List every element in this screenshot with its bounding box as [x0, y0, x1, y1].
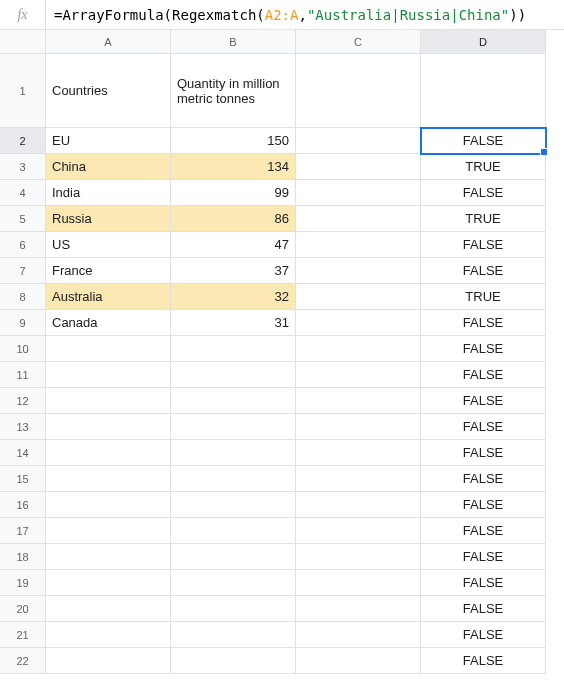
cell-C22[interactable] — [296, 648, 421, 674]
cell-C14[interactable] — [296, 440, 421, 466]
cell-D13[interactable]: FALSE — [421, 414, 546, 440]
cell-B12[interactable] — [171, 388, 296, 414]
row-header-12[interactable]: 12 — [0, 388, 46, 414]
cell-C4[interactable] — [296, 180, 421, 206]
cell-C12[interactable] — [296, 388, 421, 414]
cell-D8[interactable]: TRUE — [421, 284, 546, 310]
row-header-18[interactable]: 18 — [0, 544, 46, 570]
row-header-15[interactable]: 15 — [0, 466, 46, 492]
cell-C7[interactable] — [296, 258, 421, 284]
cell-A15[interactable] — [46, 466, 171, 492]
row-header-11[interactable]: 11 — [0, 362, 46, 388]
row-header-8[interactable]: 8 — [0, 284, 46, 310]
cell-A17[interactable] — [46, 518, 171, 544]
cell-D5[interactable]: TRUE — [421, 206, 546, 232]
cell-D22[interactable]: FALSE — [421, 648, 546, 674]
cell-C1[interactable] — [296, 54, 421, 128]
cell-D10[interactable]: FALSE — [421, 336, 546, 362]
cell-A7[interactable]: France — [46, 258, 171, 284]
cell-A12[interactable] — [46, 388, 171, 414]
cell-A19[interactable] — [46, 570, 171, 596]
cell-B15[interactable] — [171, 466, 296, 492]
cell-B22[interactable] — [171, 648, 296, 674]
cell-A18[interactable] — [46, 544, 171, 570]
cell-B19[interactable] — [171, 570, 296, 596]
row-header-5[interactable]: 5 — [0, 206, 46, 232]
cell-B10[interactable] — [171, 336, 296, 362]
cell-A1[interactable]: Countries — [46, 54, 171, 128]
row-header-7[interactable]: 7 — [0, 258, 46, 284]
cell-D9[interactable]: FALSE — [421, 310, 546, 336]
cell-C13[interactable] — [296, 414, 421, 440]
cell-B5[interactable]: 86 — [171, 206, 296, 232]
cell-A5[interactable]: Russia — [46, 206, 171, 232]
cell-C2[interactable] — [296, 128, 421, 154]
cell-D3[interactable]: TRUE — [421, 154, 546, 180]
cell-B2[interactable]: 150 — [171, 128, 296, 154]
cell-B11[interactable] — [171, 362, 296, 388]
cell-C19[interactable] — [296, 570, 421, 596]
cell-C6[interactable] — [296, 232, 421, 258]
select-all-corner[interactable] — [0, 30, 46, 54]
cell-B3[interactable]: 134 — [171, 154, 296, 180]
row-header-20[interactable]: 20 — [0, 596, 46, 622]
row-header-10[interactable]: 10 — [0, 336, 46, 362]
cell-C18[interactable] — [296, 544, 421, 570]
column-header-B[interactable]: B — [171, 30, 296, 54]
cell-B4[interactable]: 99 — [171, 180, 296, 206]
cell-C8[interactable] — [296, 284, 421, 310]
cell-C20[interactable] — [296, 596, 421, 622]
cell-D7[interactable]: FALSE — [421, 258, 546, 284]
cell-C15[interactable] — [296, 466, 421, 492]
cell-B6[interactable]: 47 — [171, 232, 296, 258]
cell-D2[interactable]: FALSE — [421, 128, 546, 154]
row-header-19[interactable]: 19 — [0, 570, 46, 596]
cell-C5[interactable] — [296, 206, 421, 232]
cell-A16[interactable] — [46, 492, 171, 518]
row-header-9[interactable]: 9 — [0, 310, 46, 336]
cell-B13[interactable] — [171, 414, 296, 440]
cell-D17[interactable]: FALSE — [421, 518, 546, 544]
row-header-21[interactable]: 21 — [0, 622, 46, 648]
row-header-16[interactable]: 16 — [0, 492, 46, 518]
cell-A8[interactable]: Australia — [46, 284, 171, 310]
cell-B8[interactable]: 32 — [171, 284, 296, 310]
row-header-1[interactable]: 1 — [0, 54, 46, 128]
row-header-3[interactable]: 3 — [0, 154, 46, 180]
cell-D20[interactable]: FALSE — [421, 596, 546, 622]
cell-A10[interactable] — [46, 336, 171, 362]
cell-D4[interactable]: FALSE — [421, 180, 546, 206]
cell-A22[interactable] — [46, 648, 171, 674]
row-header-14[interactable]: 14 — [0, 440, 46, 466]
cell-A2[interactable]: EU — [46, 128, 171, 154]
cell-B14[interactable] — [171, 440, 296, 466]
cell-C11[interactable] — [296, 362, 421, 388]
cell-A6[interactable]: US — [46, 232, 171, 258]
column-header-C[interactable]: C — [296, 30, 421, 54]
cell-A9[interactable]: Canada — [46, 310, 171, 336]
cell-C17[interactable] — [296, 518, 421, 544]
cell-D6[interactable]: FALSE — [421, 232, 546, 258]
cell-B9[interactable]: 31 — [171, 310, 296, 336]
cell-D12[interactable]: FALSE — [421, 388, 546, 414]
cell-B20[interactable] — [171, 596, 296, 622]
cell-B7[interactable]: 37 — [171, 258, 296, 284]
column-header-D[interactable]: D — [421, 30, 546, 54]
cell-B16[interactable] — [171, 492, 296, 518]
cell-A4[interactable]: India — [46, 180, 171, 206]
cell-C10[interactable] — [296, 336, 421, 362]
cell-D18[interactable]: FALSE — [421, 544, 546, 570]
cell-D15[interactable]: FALSE — [421, 466, 546, 492]
cell-A20[interactable] — [46, 596, 171, 622]
cell-A14[interactable] — [46, 440, 171, 466]
cell-D16[interactable]: FALSE — [421, 492, 546, 518]
row-header-22[interactable]: 22 — [0, 648, 46, 674]
cell-A11[interactable] — [46, 362, 171, 388]
cell-B1[interactable]: Quantity in million metric tonnes — [171, 54, 296, 128]
row-header-6[interactable]: 6 — [0, 232, 46, 258]
cell-A3[interactable]: China — [46, 154, 171, 180]
cell-A13[interactable] — [46, 414, 171, 440]
cell-C16[interactable] — [296, 492, 421, 518]
spreadsheet-grid[interactable]: ABCD1CountriesQuantity in million metric… — [0, 30, 564, 674]
row-header-17[interactable]: 17 — [0, 518, 46, 544]
